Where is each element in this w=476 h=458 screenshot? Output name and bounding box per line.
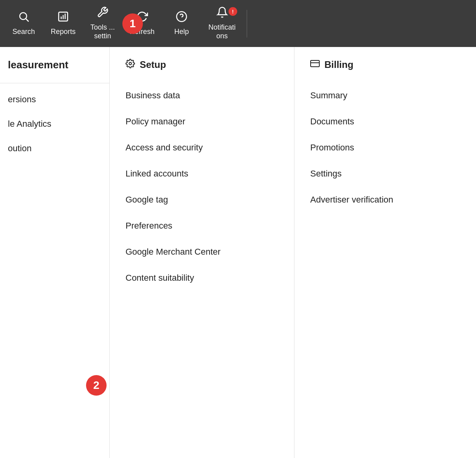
billing-advertiser-verification[interactable]: Advertiser verification <box>310 187 460 213</box>
step-badge-1: 1 <box>122 13 143 34</box>
billing-icon <box>310 59 320 71</box>
setup-google-merchant-center[interactable]: Google Merchant Center <box>126 239 278 265</box>
tools-icon <box>97 6 109 21</box>
svg-point-8 <box>129 62 131 65</box>
middle-panel: Setup Business data Policy manager Acces… <box>110 47 294 458</box>
setup-google-tag[interactable]: Google tag <box>126 187 278 213</box>
nav-reports[interactable]: Reports <box>43 11 83 36</box>
setup-preferences[interactable]: Preferences <box>126 213 278 239</box>
nav-help-label: Help <box>174 28 189 36</box>
nav-notifications[interactable]: ! Notifications <box>201 6 243 40</box>
nav-search-label: Search <box>12 28 35 36</box>
billing-section-title: Billing <box>310 59 460 71</box>
left-panel-conversions[interactable]: ersions <box>0 87 109 112</box>
help-icon <box>176 11 187 25</box>
nav-tools-label: Tools ...settin <box>90 23 115 40</box>
dropdown-area: leasurement ersions le Analytics oution … <box>0 47 476 458</box>
nav-reports-label: Reports <box>51 28 75 36</box>
step-badge-2: 2 <box>86 375 107 396</box>
nav-notifications-label: Notifications <box>208 23 236 40</box>
setup-icon <box>126 59 135 71</box>
svg-rect-9 <box>311 60 319 67</box>
search-icon <box>18 11 30 25</box>
setup-access-security[interactable]: Access and security <box>126 135 278 161</box>
setup-section-title: Setup <box>126 59 278 71</box>
top-nav: Search Reports Tools ...settin Refresh H… <box>0 0 476 47</box>
setup-business-data[interactable]: Business data <box>126 83 278 109</box>
setup-policy-manager[interactable]: Policy manager <box>126 109 278 135</box>
right-panel: Billing Summary Documents Promotions Set… <box>294 47 476 458</box>
billing-promotions[interactable]: Promotions <box>310 135 460 161</box>
notifications-icon <box>216 6 228 21</box>
left-panel-attribution[interactable]: oution <box>0 136 109 161</box>
nav-search[interactable]: Search <box>4 11 43 36</box>
svg-point-0 <box>20 13 27 20</box>
billing-documents[interactable]: Documents <box>310 109 460 135</box>
svg-line-1 <box>26 19 29 22</box>
nav-help[interactable]: Help <box>162 11 201 36</box>
left-panel: leasurement ersions le Analytics oution <box>0 47 110 458</box>
nav-tools[interactable]: Tools ...settin <box>83 6 122 40</box>
reports-icon <box>57 11 69 25</box>
nav-divider <box>247 10 247 38</box>
notification-badge: ! <box>229 7 237 16</box>
setup-content-suitability[interactable]: Content suitability <box>126 265 278 291</box>
billing-settings[interactable]: Settings <box>310 161 460 187</box>
left-panel-title: leasurement <box>0 59 109 83</box>
setup-linked-accounts[interactable]: Linked accounts <box>126 161 278 187</box>
billing-summary[interactable]: Summary <box>310 83 460 109</box>
left-panel-analytics[interactable]: le Analytics <box>0 112 109 136</box>
